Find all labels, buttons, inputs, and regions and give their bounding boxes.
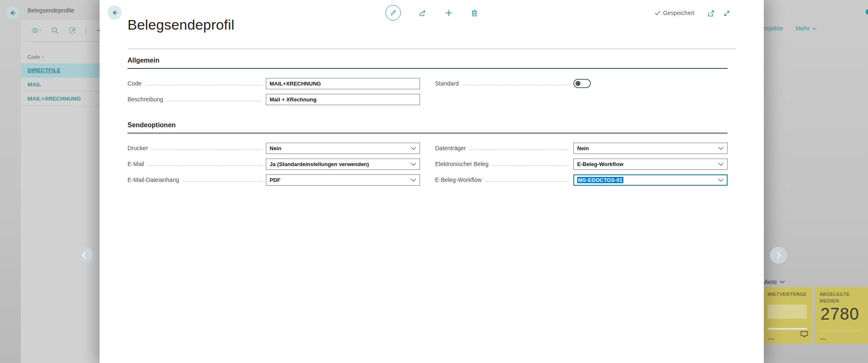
edit-button[interactable] bbox=[385, 5, 401, 20]
popout-button[interactable] bbox=[707, 10, 715, 17]
cue-tile-abgelegte-medien[interactable]: ABGELEGTE MEDIEN 2780 … bbox=[815, 287, 868, 343]
field-label: Code bbox=[128, 80, 141, 87]
chevron-down-icon bbox=[410, 146, 416, 150]
tile-value-placeholder bbox=[768, 305, 807, 319]
datentraeger-select[interactable]: Nein bbox=[573, 143, 728, 154]
field-label: Beschreibung bbox=[128, 96, 163, 103]
backdrop-list-toolbar bbox=[31, 26, 104, 35]
standard-toggle[interactable] bbox=[573, 79, 591, 88]
beschreibung-input[interactable]: Mail + XRechnung bbox=[266, 94, 420, 105]
dotted-leader bbox=[145, 85, 262, 86]
checkmark-icon bbox=[655, 10, 660, 15]
list-row[interactable]: MAIL bbox=[21, 78, 100, 92]
email-select[interactable]: Ja (Standardeinstellungen verwenden) bbox=[266, 159, 420, 170]
chevron-down-icon bbox=[718, 162, 724, 166]
view-switcher-icon[interactable] bbox=[31, 26, 42, 35]
field-label: Datenträger bbox=[435, 145, 466, 151]
open-in-new-window-icon bbox=[707, 10, 715, 17]
list-row-selected[interactable]: DIRECTFILE bbox=[21, 63, 100, 78]
dialog-back-button[interactable] bbox=[108, 5, 122, 20]
dateianhang-select[interactable]: PDF bbox=[266, 174, 420, 186]
carousel-right-button[interactable] bbox=[770, 247, 787, 264]
carousel-left-button[interactable] bbox=[75, 247, 93, 264]
chevron-down-icon bbox=[812, 27, 817, 30]
section-heading[interactable]: Sendeoptionen bbox=[128, 121, 728, 134]
field-label: E-Mail bbox=[128, 161, 144, 167]
dotted-leader bbox=[493, 165, 569, 166]
resize-diagonal-icon bbox=[723, 10, 730, 17]
e-beleg-workflow-select[interactable]: MS-EDOCTOS-01 bbox=[573, 174, 728, 186]
sort-arrow-icon: ↑ bbox=[41, 54, 44, 60]
nav-item-mehr[interactable]: Mehr bbox=[795, 25, 817, 32]
back-arrow-icon bbox=[9, 9, 17, 17]
window-buttons bbox=[707, 10, 730, 17]
field-email: E-Mail Ja (Standardeinstellungen verwend… bbox=[128, 158, 420, 170]
field-label: Standard bbox=[435, 80, 459, 87]
field-label: E-Mail-Dateianhang bbox=[128, 176, 179, 183]
field-e-beleg-workflow: E-Beleg-Workflow MS-EDOCTOS-01 bbox=[435, 174, 728, 186]
share-button[interactable] bbox=[418, 9, 427, 17]
comment-bubble-icon[interactable] bbox=[800, 330, 809, 340]
dotted-leader bbox=[470, 149, 569, 150]
code-input[interactable]: MAIL+XRECHNUNG bbox=[266, 78, 420, 89]
tile-underline bbox=[768, 328, 807, 330]
list-row[interactable]: MAIL+XRECHNUNG bbox=[21, 92, 100, 106]
chevron-left-icon bbox=[81, 252, 88, 259]
cue-tile-mietvertraege[interactable]: MIETVERTRÄGE … bbox=[763, 287, 812, 343]
tile-ellipsis[interactable]: … bbox=[820, 334, 827, 341]
expand-button[interactable] bbox=[723, 10, 730, 17]
field-label: Drucker bbox=[128, 145, 148, 151]
dotted-leader bbox=[486, 181, 569, 182]
save-status: Gespeichert bbox=[655, 10, 694, 16]
field-standard: Standard bbox=[435, 78, 728, 89]
back-button-dimmed[interactable] bbox=[6, 6, 19, 19]
cue-group-header[interactable]: Miete bbox=[762, 278, 785, 285]
field-email-dateianhang: E-Mail-Dateianhang PDF bbox=[128, 174, 420, 186]
dotted-leader bbox=[148, 165, 262, 166]
chevron-down-icon bbox=[410, 162, 416, 166]
page-title: Belegsendeprofil bbox=[128, 17, 235, 33]
chevron-right-icon bbox=[775, 252, 782, 259]
field-label: E-Beleg-Workflow bbox=[435, 176, 482, 183]
section-allgemein: Allgemein bbox=[128, 57, 728, 69]
field-code: Code MAIL+XRECHNUNG bbox=[128, 78, 420, 89]
backdrop-nav: Projekte Mehr bbox=[760, 25, 817, 32]
tile-underline bbox=[820, 330, 860, 331]
clipped-edge-icon bbox=[865, 9, 868, 15]
app-root: Belegsendeprofile bbox=[0, 0, 868, 363]
toolbar-rule bbox=[27, 41, 100, 42]
field-elektronischer-beleg: Elektronischer Beleg E-Beleg-Workflow bbox=[435, 158, 728, 170]
new-button[interactable] bbox=[445, 9, 453, 17]
list-rows: DIRECTFILE MAIL MAIL+XRECHNUNG bbox=[21, 63, 100, 106]
elektronischer-beleg-select[interactable]: E-Beleg-Workflow bbox=[573, 159, 728, 170]
search-icon[interactable] bbox=[51, 26, 59, 35]
chevron-down-icon bbox=[410, 178, 416, 182]
field-label: Elektronischer Beleg bbox=[435, 161, 488, 167]
title-divider bbox=[128, 48, 736, 49]
section-sendeoptionen: Sendeoptionen bbox=[128, 121, 728, 134]
dotted-leader bbox=[183, 181, 262, 182]
backdrop-topbar: Belegsendeprofile bbox=[0, 0, 100, 20]
section-heading[interactable]: Allgemein bbox=[128, 57, 728, 69]
toggle-knob bbox=[575, 81, 580, 86]
share-icon bbox=[418, 9, 427, 17]
back-arrow-icon bbox=[111, 9, 119, 17]
tile-ellipsis[interactable]: … bbox=[768, 334, 775, 341]
chevron-down-icon bbox=[718, 146, 724, 150]
field-beschreibung: Beschreibung Mail + XRechnung bbox=[128, 93, 420, 105]
field-drucker: Drucker Nein bbox=[128, 142, 420, 154]
trash-icon bbox=[470, 9, 478, 17]
pencil-icon bbox=[389, 9, 397, 17]
chevron-down-icon bbox=[780, 280, 785, 284]
selected-value: MS-EDOCTOS-01 bbox=[577, 177, 623, 183]
tile-value: 2780 bbox=[820, 305, 859, 323]
dotted-leader bbox=[463, 85, 569, 86]
delete-button[interactable] bbox=[470, 9, 478, 17]
plus-icon bbox=[445, 9, 453, 17]
list-column-header[interactable]: Code ↑ bbox=[28, 54, 44, 60]
share-page-icon[interactable] bbox=[68, 26, 77, 35]
backdrop-page-title: Belegsendeprofile bbox=[28, 7, 74, 14]
dialog-toolbar bbox=[385, 5, 478, 20]
belegsendeprofil-card: Gespeichert Belegsendeprofil Allgemein bbox=[100, 0, 764, 363]
drucker-select[interactable]: Nein bbox=[266, 143, 420, 154]
